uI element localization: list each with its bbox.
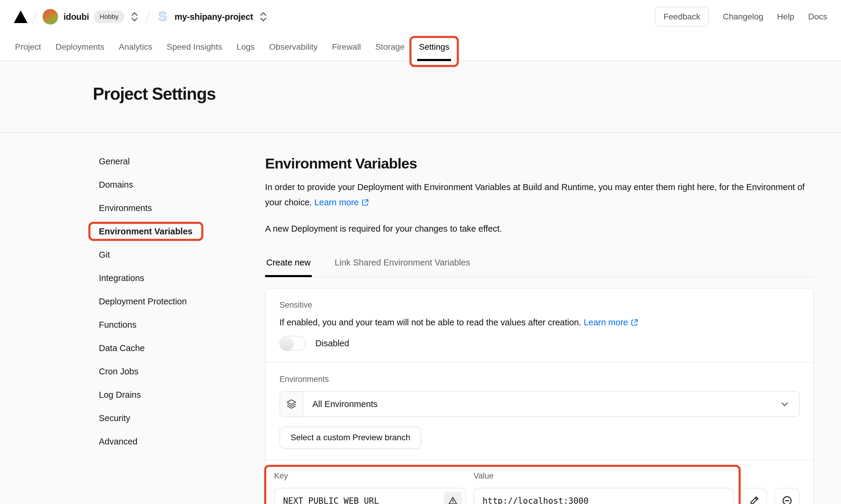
sidebar-item-advanced[interactable]: Advanced bbox=[93, 430, 138, 453]
value-label: Value bbox=[474, 471, 800, 481]
environment-variables-panel: Environment Variables In order to provid… bbox=[265, 133, 814, 504]
pencil-icon bbox=[749, 496, 759, 504]
changelog-link[interactable]: Changelog bbox=[723, 12, 763, 21]
value-input[interactable] bbox=[474, 488, 734, 504]
tab-create-new[interactable]: Create new bbox=[265, 258, 312, 276]
sidebar-item-git[interactable]: Git bbox=[93, 243, 110, 266]
minus-circle-icon bbox=[782, 495, 792, 504]
chevron-down-icon bbox=[780, 399, 789, 409]
sidebar-item-environment-variables[interactable]: Environment Variables bbox=[93, 220, 193, 243]
sensitive-toggle-row: Disabled bbox=[279, 336, 800, 351]
project-logo-icon: S bbox=[155, 10, 170, 24]
key-value-grid: Key Value bbox=[274, 471, 800, 504]
active-tab-underline bbox=[417, 59, 451, 61]
key-label: Key bbox=[274, 471, 466, 481]
settings-sidebar: General Domains Environments Environment… bbox=[93, 133, 265, 504]
edit-row-button[interactable] bbox=[741, 488, 767, 504]
section-description: In order to provide your Deployment with… bbox=[265, 180, 814, 210]
team-name[interactable]: idoubi bbox=[64, 12, 89, 22]
tab-settings[interactable]: Settings bbox=[412, 34, 456, 60]
value-field bbox=[474, 488, 734, 504]
sidebar-item-log-drains[interactable]: Log Drains bbox=[93, 383, 141, 407]
top-nav: idoubi Hobby S my-shipany-project Feedba… bbox=[0, 0, 841, 34]
svg-text:S: S bbox=[158, 10, 167, 24]
chevron-up-down-icon bbox=[130, 11, 139, 23]
layers-icon bbox=[286, 399, 297, 409]
help-link[interactable]: Help bbox=[777, 12, 794, 21]
env-var-tabs: Create new Link Shared Environment Varia… bbox=[265, 258, 814, 277]
environments-selected-value: All Environments bbox=[312, 399, 780, 409]
tab-observability[interactable]: Observability bbox=[262, 34, 325, 60]
external-link-icon bbox=[361, 199, 369, 206]
tab-analytics[interactable]: Analytics bbox=[112, 34, 160, 60]
environments-select[interactable]: All Environments bbox=[279, 391, 800, 417]
team-avatar bbox=[42, 9, 58, 24]
top-nav-actions: Feedback Changelog Help Docs bbox=[655, 7, 827, 26]
remove-row-button[interactable] bbox=[774, 488, 800, 504]
toggle-knob bbox=[281, 337, 293, 349]
learn-more-link[interactable]: Learn more bbox=[584, 318, 638, 327]
key-input[interactable] bbox=[274, 488, 466, 504]
sidebar-item-domains[interactable]: Domains bbox=[93, 173, 133, 196]
sidebar-item-functions[interactable]: Functions bbox=[93, 313, 137, 337]
tab-link-shared[interactable]: Link Shared Environment Variables bbox=[333, 258, 471, 276]
team-switcher-button[interactable] bbox=[128, 9, 140, 24]
toggle-state-label: Disabled bbox=[315, 339, 349, 348]
tab-deployments[interactable]: Deployments bbox=[48, 34, 111, 60]
section-heading: Environment Variables bbox=[265, 155, 814, 172]
breadcrumb: idoubi Hobby S my-shipany-project bbox=[14, 9, 269, 24]
sidebar-item-data-cache[interactable]: Data Cache bbox=[93, 337, 145, 360]
feedback-button[interactable]: Feedback bbox=[655, 7, 709, 26]
sidebar-item-integrations[interactable]: Integrations bbox=[93, 266, 144, 290]
page-title: Project Settings bbox=[93, 84, 841, 104]
project-switcher-button[interactable] bbox=[257, 9, 269, 24]
breadcrumb-divider bbox=[145, 10, 151, 23]
tab-logs[interactable]: Logs bbox=[229, 34, 262, 60]
create-env-var-card: Sensitive If enabled, you and your team … bbox=[265, 288, 814, 504]
learn-more-link[interactable]: Learn more bbox=[314, 198, 369, 207]
breadcrumb-divider bbox=[32, 10, 38, 23]
external-link-icon bbox=[630, 319, 638, 326]
page-header: Project Settings bbox=[0, 61, 841, 133]
environments-section: Environments All Environments Select bbox=[266, 362, 813, 460]
sidebar-item-cron-jobs[interactable]: Cron Jobs bbox=[93, 360, 138, 383]
sidebar-item-security[interactable]: Security bbox=[93, 407, 130, 430]
environments-label: Environments bbox=[279, 375, 800, 384]
sensitive-toggle[interactable] bbox=[279, 336, 306, 351]
tab-storage[interactable]: Storage bbox=[368, 34, 412, 60]
content: General Domains Environments Environment… bbox=[0, 133, 841, 504]
vercel-logo-icon[interactable] bbox=[14, 11, 28, 23]
project-tab-bar: Project Deployments Analytics Speed Insi… bbox=[0, 34, 841, 61]
sensitive-label: Sensitive bbox=[279, 301, 800, 310]
tab-project[interactable]: Project bbox=[8, 34, 48, 60]
chevron-up-down-icon bbox=[259, 11, 267, 23]
select-preview-branch-button[interactable]: Select a custom Preview branch bbox=[279, 427, 421, 449]
sidebar-item-environments[interactable]: Environments bbox=[93, 196, 152, 220]
dropdown-icon-cell bbox=[280, 392, 303, 416]
sidebar-item-deployment-protection[interactable]: Deployment Protection bbox=[93, 290, 187, 313]
key-warning-chip[interactable] bbox=[444, 492, 462, 504]
tab-firewall[interactable]: Firewall bbox=[325, 34, 368, 60]
sidebar-item-label: Environment Variables bbox=[99, 227, 193, 236]
docs-link[interactable]: Docs bbox=[808, 12, 827, 21]
plan-badge: Hobby bbox=[94, 11, 124, 23]
tab-settings-label: Settings bbox=[419, 42, 449, 52]
deployment-note: A new Deployment is required for your ch… bbox=[265, 224, 814, 234]
warning-triangle-icon bbox=[448, 496, 458, 504]
sensitive-description: If enabled, you and your team will not b… bbox=[279, 318, 800, 327]
sensitive-section: Sensitive If enabled, you and your team … bbox=[266, 289, 813, 362]
project-name[interactable]: my-shipany-project bbox=[175, 12, 253, 22]
key-value-section: Key Value bbox=[266, 460, 813, 504]
key-field bbox=[274, 488, 466, 504]
tab-speed-insights[interactable]: Speed Insights bbox=[160, 34, 229, 60]
sidebar-item-general[interactable]: General bbox=[93, 150, 130, 173]
